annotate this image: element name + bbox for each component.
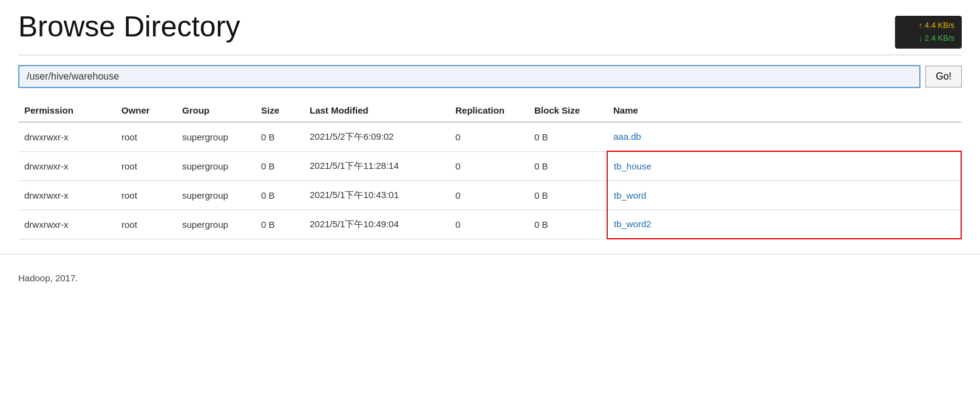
cell-permission: drwxrwxr-x	[18, 122, 115, 152]
col-header-permission: Permission	[18, 98, 115, 122]
directory-link[interactable]: tb_word2	[614, 219, 652, 229]
cell-permission: drwxrwxr-x	[18, 151, 115, 180]
network-badge: ↑ 4.4 KB/s ↓ 2.4 KB/s	[895, 16, 962, 49]
col-header-last-modified: Last Modified	[304, 98, 449, 122]
cell-name[interactable]: tb_house	[607, 151, 961, 180]
cell-permission: drwxrwxr-x	[18, 180, 115, 210]
network-up: ↑ 4.4 KB/s	[902, 19, 954, 32]
table-header-row: Permission Owner Group Size Last Modifie…	[18, 98, 961, 122]
cell-size: 0 B	[255, 151, 304, 180]
cell-owner: root	[115, 122, 176, 152]
cell-group: supergroup	[176, 151, 255, 180]
cell-block_size: 0 B	[528, 151, 607, 180]
cell-last_modified: 2021/5/1下午10:49:04	[304, 210, 449, 239]
col-header-block-size: Block Size	[528, 98, 607, 122]
table-row: drwxrwxr-xrootsupergroup0 B2021/5/1下午10:…	[18, 180, 961, 210]
col-header-owner: Owner	[115, 98, 176, 122]
cell-group: supergroup	[176, 180, 255, 210]
cell-last_modified: 2021/5/2下午6:09:02	[304, 122, 449, 152]
directory-link[interactable]: aaa.db	[613, 131, 641, 142]
col-header-name: Name	[607, 98, 961, 122]
cell-name[interactable]: tb_word2	[607, 210, 961, 239]
cell-permission: drwxrwxr-x	[18, 210, 115, 239]
cell-owner: root	[115, 180, 176, 210]
cell-replication: 0	[449, 122, 528, 152]
footer-text: Hadoop, 2017.	[18, 273, 78, 283]
cell-block_size: 0 B	[528, 210, 607, 239]
cell-size: 0 B	[255, 210, 304, 239]
cell-replication: 0	[449, 210, 528, 239]
cell-group: supergroup	[176, 122, 255, 152]
path-input[interactable]	[18, 65, 920, 88]
footer: Hadoop, 2017.	[0, 254, 980, 295]
table-row: drwxrwxr-xrootsupergroup0 B2021/5/2下午6:0…	[18, 122, 961, 152]
cell-size: 0 B	[255, 122, 304, 152]
table-section: Permission Owner Group Size Last Modifie…	[0, 98, 980, 240]
cell-owner: root	[115, 151, 176, 180]
cell-last_modified: 2021/5/1下午10:43:01	[304, 180, 449, 210]
col-header-group: Group	[176, 98, 255, 122]
cell-name[interactable]: tb_word	[607, 180, 961, 210]
cell-block_size: 0 B	[528, 180, 607, 210]
directory-link[interactable]: tb_word	[614, 190, 646, 200]
cell-replication: 0	[449, 151, 528, 180]
col-header-size: Size	[255, 98, 304, 122]
directory-table: Permission Owner Group Size Last Modifie…	[18, 98, 962, 240]
page-title: Browse Directory	[18, 11, 240, 43]
cell-size: 0 B	[255, 180, 304, 210]
cell-block_size: 0 B	[528, 122, 607, 152]
go-button[interactable]: Go!	[925, 66, 962, 87]
table-row: drwxrwxr-xrootsupergroup0 B2021/5/1下午10:…	[18, 210, 961, 239]
directory-link[interactable]: tb_house	[614, 161, 652, 171]
path-bar: Go!	[0, 55, 980, 98]
cell-group: supergroup	[176, 210, 255, 239]
cell-owner: root	[115, 210, 176, 239]
cell-replication: 0	[449, 180, 528, 210]
network-down: ↓ 2.4 KB/s	[902, 32, 954, 45]
table-row: drwxrwxr-xrootsupergroup0 B2021/5/1下午11:…	[18, 151, 961, 180]
header: Browse Directory ↑ 4.4 KB/s ↓ 2.4 KB/s	[0, 0, 980, 55]
col-header-replication: Replication	[449, 98, 528, 122]
page-wrapper: Browse Directory ↑ 4.4 KB/s ↓ 2.4 KB/s G…	[0, 0, 980, 404]
cell-last_modified: 2021/5/1下午11:28:14	[304, 151, 449, 180]
cell-name[interactable]: aaa.db	[607, 122, 961, 152]
